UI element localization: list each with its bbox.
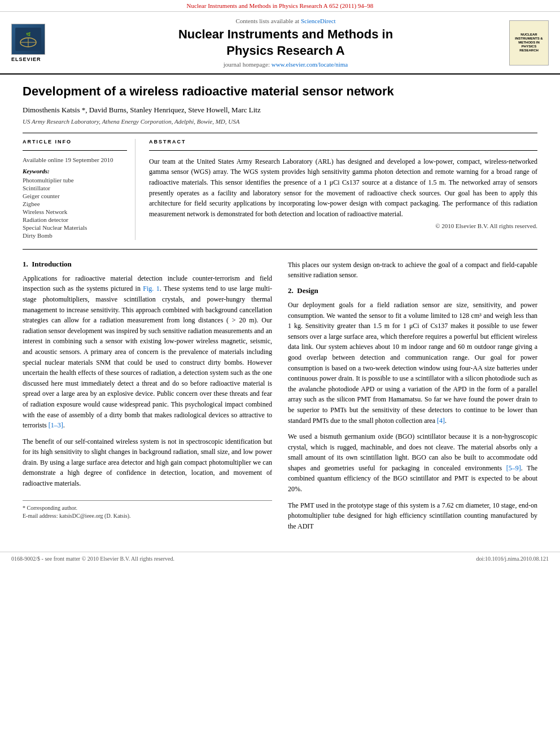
doi-text: doi:10.1016/j.nima.2010.08.121 — [476, 556, 549, 562]
svg-text:🌿: 🌿 — [26, 32, 31, 37]
divider-ai — [23, 150, 127, 151]
homepage-link[interactable]: www.elsevier.com/locate/nima — [272, 61, 348, 68]
section1-right-para: This places our system design on-track t… — [288, 260, 537, 281]
elsevier-logo: 🌿 ELSEVIER — [11, 24, 62, 62]
elsevier-label: ELSEVIER — [11, 56, 41, 62]
sciencedirect-link[interactable]: ScienceDirect — [301, 18, 336, 24]
divider-1 — [23, 133, 537, 133]
footnote-area: * Corresponding author. E-mail address: … — [23, 500, 272, 520]
journal-title-block: Contents lists available at ScienceDirec… — [62, 18, 509, 68]
article-info-abstract: ARTICLE INFO Available online 19 Septemb… — [23, 139, 537, 240]
top-bar: Nuclear Instruments and Methods in Physi… — [0, 0, 560, 12]
contents-available: Contents lists available at ScienceDirec… — [62, 18, 509, 24]
journal-homepage: journal homepage: www.elsevier.com/locat… — [62, 61, 509, 68]
keyword-photomultiplier: Photomultiplier tube — [23, 177, 127, 184]
available-online: Available online 19 September 2010 — [23, 156, 127, 163]
section2-label: Design — [297, 286, 318, 295]
section2-title: 2. Design — [288, 286, 537, 295]
bottom-bar: 0168-9002/$ - see front matter © 2010 El… — [0, 552, 560, 565]
main-left: 1. Introduction Applications for radioac… — [23, 260, 272, 538]
content-area: Development of a wireless radioactive ma… — [0, 75, 560, 546]
keyword-radiation: Radiation detector — [23, 216, 127, 223]
section1-title: 1. Introduction — [23, 260, 272, 269]
abstract-header: ABSTRACT — [149, 139, 537, 145]
keyword-wireless: Wireless Network — [23, 208, 127, 215]
paper-title: Development of a wireless radioactive ma… — [23, 84, 537, 100]
footnote-email: E-mail address: katsisDC@ieee.org (D. Ka… — [23, 512, 272, 520]
main-body: 1. Introduction Applications for radioac… — [23, 260, 537, 538]
article-info-header: ARTICLE INFO — [23, 139, 127, 145]
page: Nuclear Instruments and Methods in Physi… — [0, 0, 560, 747]
keywords-header: Keywords: — [23, 168, 127, 174]
section2-para2: We used a bismuth germanium oxide (BGO) … — [288, 431, 537, 495]
elsevier-icon: 🌿 — [11, 24, 45, 55]
article-info: ARTICLE INFO Available online 19 Septemb… — [23, 139, 135, 240]
abstract-text: Our team at the United States Army Resea… — [149, 156, 537, 220]
journal-citation: Nuclear Instruments and Methods in Physi… — [187, 2, 374, 9]
footnote-corresponding: * Corresponding author. — [23, 504, 272, 512]
ref4-link[interactable]: [4] — [437, 417, 445, 425]
divider-abs — [149, 150, 537, 151]
keyword-dirty-bomb: Dirty Bomb — [23, 232, 127, 239]
keyword-geiger: Geiger counter — [23, 193, 127, 199]
ref1-3-link[interactable]: [1–3] — [49, 421, 63, 429]
section2-number: 2. — [288, 286, 294, 295]
section1-para1: Applications for radioactive material de… — [23, 273, 272, 431]
keyword-snm: Special Nuclear Materials — [23, 224, 127, 231]
section1-para2: The benefit of our self-contained wirele… — [23, 436, 272, 489]
journal-icon: NUCLEAR INSTRUMENTS & METHODS IN PHYSICS… — [509, 20, 549, 65]
section1-number: 1. — [23, 260, 28, 268]
abstract-section: ABSTRACT Our team at the United States A… — [149, 139, 537, 240]
journal-header: 🌿 ELSEVIER Contents lists available at S… — [0, 12, 560, 75]
journal-title: Nuclear Instruments and Methods in Physi… — [62, 27, 509, 59]
affiliation: US Army Research Laboratory, Athena Ener… — [23, 118, 537, 125]
issn-text: 0168-9002/$ - see front matter © 2010 El… — [11, 556, 174, 562]
section1-label: Introduction — [32, 260, 72, 268]
ref5-9-link[interactable]: [5–9] — [506, 464, 521, 472]
keyword-zigbee: Zigbee — [23, 200, 127, 207]
section2-para3: The PMT used in the prototype stage of t… — [288, 500, 537, 532]
section2-para1: Our deployment goals for a field radiati… — [288, 300, 537, 426]
keyword-scintillator: Scintillator — [23, 185, 127, 191]
main-right: This places our system design on-track t… — [288, 260, 537, 538]
copyright: © 2010 Elsevier B.V. All rights reserved… — [149, 222, 537, 229]
fig1-link[interactable]: Fig. 1 — [143, 285, 159, 292]
authors: Dimosthenis Katsis *, David Burns, Stanl… — [23, 106, 537, 115]
divider-2 — [23, 249, 537, 250]
